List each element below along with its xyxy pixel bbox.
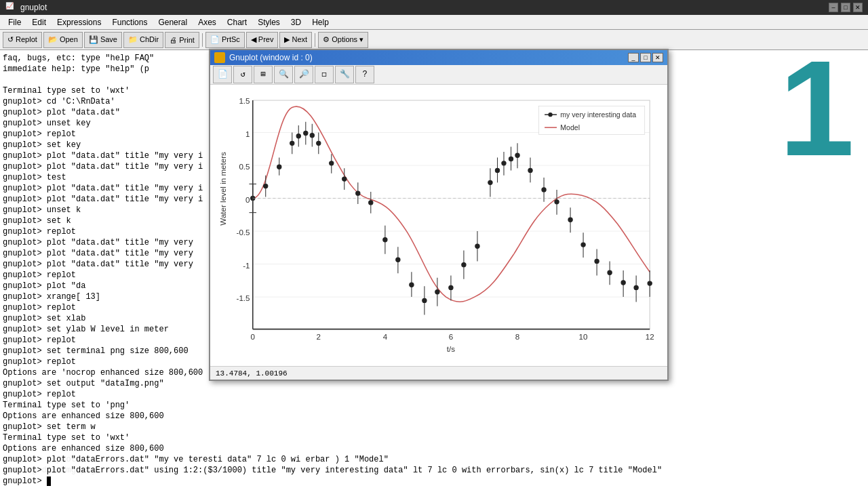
chart-svg: 1.5 1 0.5 0 -0.5 -1 -1.5 Water level in … — [217, 92, 660, 359]
svg-text:4: 4 — [383, 332, 388, 341]
menu-functions[interactable]: Functions — [106, 16, 153, 28]
terminal-line: Terminal type set to 'wxt' — [3, 432, 865, 443]
svg-text:0: 0 — [251, 332, 255, 341]
svg-point-42 — [330, 161, 334, 165]
terminal-line: Terminal type set to 'png' — [3, 400, 865, 411]
svg-text:2: 2 — [317, 332, 321, 341]
svg-point-76 — [528, 168, 532, 172]
svg-text:-1: -1 — [243, 261, 250, 270]
maximize-btn[interactable]: □ — [841, 3, 850, 12]
bottom-line-3: gnuplot> — [3, 476, 865, 487]
menu-general[interactable]: General — [153, 16, 193, 28]
plot-title-bar: Gnuplot (window id : 0) _ □ ✕ — [210, 50, 667, 65]
menu-expressions[interactable]: Expressions — [52, 16, 106, 28]
toolbar: ↺ Replot 📂 Open 💾 Save 📁 ChDir 🖨 Print 📄… — [0, 30, 868, 50]
svg-text:-0.5: -0.5 — [237, 228, 250, 237]
options-button[interactable]: ⚙ Options ▾ — [318, 32, 368, 48]
menu-edit[interactable]: Edit — [26, 16, 52, 28]
svg-point-84 — [581, 243, 585, 247]
prev-button[interactable]: ◀ Prev — [246, 32, 279, 48]
svg-point-34 — [296, 134, 300, 138]
menu-bar: File Edit Expressions Functions General … — [0, 15, 868, 30]
sep1 — [202, 33, 203, 47]
svg-point-64 — [475, 244, 479, 248]
svg-point-30 — [277, 165, 281, 169]
prtsc-button[interactable]: 📄 PrtSc — [205, 32, 245, 48]
svg-point-48 — [369, 200, 373, 204]
menu-chart[interactable]: Chart — [222, 16, 252, 28]
plot-zoomout-btn[interactable]: 🔎 — [294, 66, 313, 83]
title-bar: 📈 gnuplot – □ ✕ — [0, 0, 868, 15]
chdir-button[interactable]: 📁 ChDir — [123, 32, 163, 48]
svg-text:1.5: 1.5 — [239, 96, 250, 105]
svg-point-50 — [383, 237, 387, 241]
title-bar-controls: – □ ✕ — [829, 3, 863, 12]
plot-status-bar: 13.4784, 1.00196 — [210, 366, 667, 380]
plot-grid-btn[interactable]: ⊞ — [254, 66, 273, 83]
svg-point-90 — [621, 281, 625, 285]
svg-text:1: 1 — [245, 129, 250, 138]
svg-point-92 — [634, 285, 638, 289]
plot-zoomin-btn[interactable]: 🔍 — [274, 66, 293, 83]
watermark-number-1: 1 — [779, 41, 854, 176]
terminal-line: gnuplot> set term w — [3, 422, 865, 432]
svg-point-100 — [548, 113, 552, 117]
svg-point-82 — [568, 218, 572, 222]
svg-point-88 — [608, 270, 612, 274]
replot-button[interactable]: ↺ Replot — [3, 32, 42, 48]
menu-help[interactable]: Help — [307, 16, 334, 28]
svg-point-94 — [648, 281, 652, 285]
svg-point-70 — [502, 161, 506, 165]
plot-minimize-btn[interactable]: _ — [628, 53, 639, 62]
open-button[interactable]: 📂 Open — [43, 32, 83, 48]
plot-fit-btn[interactable]: ◻ — [315, 66, 334, 83]
menu-styles[interactable]: Styles — [252, 16, 285, 28]
menu-axes[interactable]: Axes — [193, 16, 222, 28]
svg-point-32 — [290, 141, 294, 145]
svg-point-46 — [356, 191, 360, 195]
window-title: gnuplot — [20, 3, 47, 12]
svg-point-74 — [515, 153, 519, 157]
svg-point-58 — [435, 289, 439, 293]
close-btn[interactable]: ✕ — [853, 3, 863, 12]
svg-text:0: 0 — [245, 195, 250, 204]
plot-close-btn[interactable]: ✕ — [652, 53, 663, 62]
svg-text:0.5: 0.5 — [239, 162, 250, 171]
svg-text:10: 10 — [579, 332, 588, 341]
minimize-btn[interactable]: – — [829, 3, 838, 12]
svg-point-68 — [495, 168, 499, 172]
svg-point-44 — [342, 177, 347, 181]
terminal-line: Options are enhanced size 800,600 — [3, 411, 865, 422]
app-icon: 📈 — [5, 2, 16, 13]
svg-point-60 — [449, 285, 453, 289]
svg-text:12: 12 — [646, 332, 654, 341]
plot-window-controls: _ □ ✕ — [628, 53, 663, 62]
save-button[interactable]: 💾 Save — [84, 32, 122, 48]
svg-point-62 — [462, 262, 466, 266]
next-button[interactable]: ▶ Next — [279, 32, 312, 48]
plot-maximize-btn[interactable]: □ — [640, 53, 651, 62]
bottom-line-1: gnuplot> plot "dataErrors.dat" "my ve te… — [3, 454, 865, 465]
svg-text:Model: Model — [560, 123, 580, 131]
svg-point-36 — [304, 131, 308, 135]
plot-copy-btn[interactable]: 📄 — [213, 66, 232, 83]
plot-settings-btn[interactable]: 🔧 — [335, 66, 354, 83]
svg-point-28 — [264, 184, 268, 188]
chart-container: 1.5 1 0.5 0 -0.5 -1 -1.5 Water level in … — [210, 85, 667, 366]
svg-text:-1.5: -1.5 — [237, 293, 250, 302]
terminal-line: gnuplot> replot — [3, 389, 865, 400]
plot-window[interactable]: Gnuplot (window id : 0) _ □ ✕ 📄 ↺ ⊞ 🔍 🔎 … — [209, 49, 669, 381]
plot-help-btn[interactable]: ? — [355, 66, 374, 83]
menu-file[interactable]: File — [3, 16, 26, 28]
svg-point-38 — [310, 133, 314, 137]
svg-text:Water level in meters: Water level in meters — [218, 152, 227, 226]
svg-point-52 — [396, 258, 400, 262]
svg-text:8: 8 — [515, 332, 519, 341]
plot-toolbar: 📄 ↺ ⊞ 🔍 🔎 ◻ 🔧 ? — [210, 65, 667, 85]
bottom-commands: gnuplot> plot "dataErrors.dat" "my ve te… — [0, 453, 868, 488]
plot-replot-btn[interactable]: ↺ — [233, 66, 252, 83]
print-button[interactable]: 🖨 Print — [165, 32, 199, 48]
plot-window-title: Gnuplot (window id : 0) — [229, 53, 628, 62]
svg-point-78 — [542, 187, 546, 191]
menu-3d[interactable]: 3D — [285, 16, 307, 28]
